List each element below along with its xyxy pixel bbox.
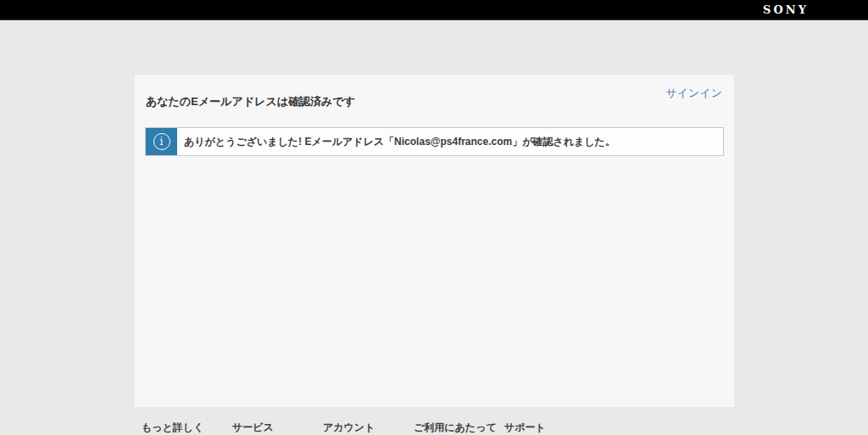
notice-message: ありがとうございました! Eメールアドレス「Nicolas@ps4france.…: [177, 128, 723, 155]
info-icon-cell: i: [146, 128, 177, 155]
footer-link-support[interactable]: サポート: [504, 421, 546, 435]
email-verified-card: サインイン あなたのEメールアドレスは確認済みです i ありがとうございました!…: [135, 75, 734, 407]
top-brand-bar: SONY: [0, 0, 868, 20]
info-notice: i ありがとうございました! Eメールアドレス「Nicolas@ps4franc…: [145, 127, 724, 156]
page-title: あなたのEメールアドレスは確認済みです: [146, 94, 355, 109]
footer-link-learn-more[interactable]: もっと詳しく: [142, 421, 232, 435]
sony-logo: SONY: [763, 3, 809, 15]
info-icon: i: [153, 133, 170, 150]
signin-link[interactable]: サインイン: [665, 86, 722, 101]
footer-link-account[interactable]: アカウント: [323, 421, 414, 435]
page: SONY サインイン あなたのEメールアドレスは確認済みです i ありがとうござ…: [0, 0, 868, 435]
footer-link-row: もっと詳しく サービス アカウント ご利用にあたって サポート: [142, 421, 546, 435]
footer-link-services[interactable]: サービス: [232, 421, 323, 435]
footer-link-terms-of-use[interactable]: ご利用にあたって: [414, 421, 504, 435]
